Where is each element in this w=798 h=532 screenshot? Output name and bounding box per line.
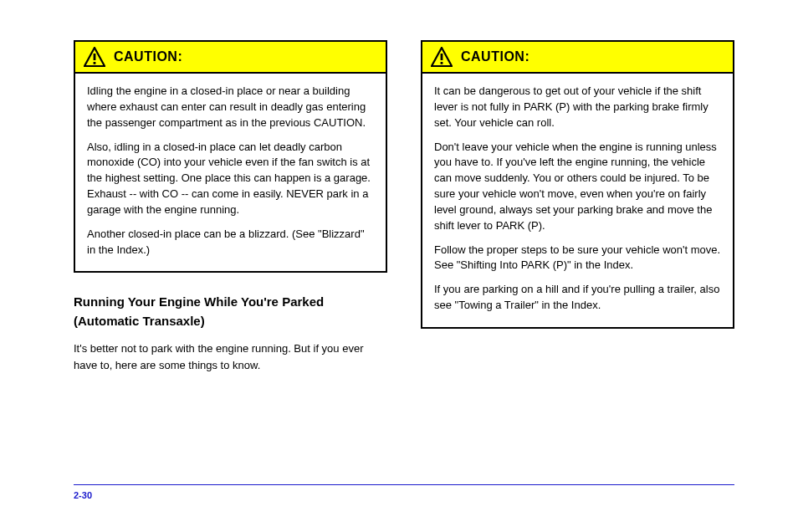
caution-paragraph: It can be dangerous to get out of your v… (434, 84, 721, 131)
warning-triangle-icon (431, 47, 453, 67)
caution-paragraph: Idling the engine in a closed-in place o… (87, 84, 374, 131)
caution-paragraph: Also, idling in a closed-in place can le… (87, 140, 374, 218)
svg-rect-5 (441, 62, 443, 64)
warning-triangle-icon (84, 47, 105, 67)
body-paragraph: It's better not to park with the engine … (74, 340, 387, 373)
caution-body-right: It can be dangerous to get out of your v… (422, 74, 733, 327)
svg-rect-2 (94, 62, 96, 64)
caution-body-left: Idling the engine in a closed-in place o… (75, 74, 386, 271)
caution-paragraph: Another closed-in place can be a blizzar… (87, 227, 374, 258)
svg-rect-1 (94, 54, 96, 60)
caution-title: CAUTION: (114, 49, 182, 64)
caution-header: CAUTION: (75, 42, 386, 74)
page-footer: 2-30 (74, 484, 734, 500)
caution-title: CAUTION: (461, 49, 529, 64)
caution-header: CAUTION: (422, 42, 733, 74)
section-heading: Running Your Engine While You're Parked … (74, 293, 387, 330)
caution-paragraph: If you are parking on a hill and if you'… (434, 282, 721, 314)
caution-box-left: CAUTION: Idling the engine in a closed-i… (74, 40, 387, 273)
page-number: 2-30 (74, 490, 92, 500)
caution-paragraph: Don't leave your vehicle when the engine… (434, 140, 721, 234)
caution-box-right: CAUTION: It can be dangerous to get out … (421, 40, 734, 329)
svg-rect-4 (441, 54, 443, 60)
caution-paragraph: Follow the proper steps to be sure your … (434, 243, 721, 274)
